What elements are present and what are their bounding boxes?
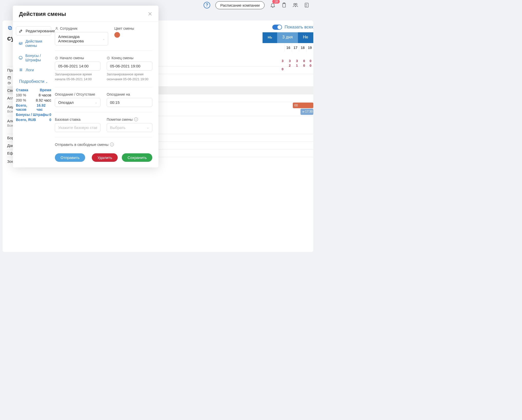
- late-select[interactable]: Опоздал ⌄: [55, 98, 101, 107]
- svg-point-11: [20, 44, 21, 44]
- chevron-down-icon: ⌄: [95, 101, 97, 104]
- date-cell[interactable]: 16: [285, 44, 292, 52]
- svg-point-14: [56, 27, 57, 28]
- tab-label: Действия смены: [25, 39, 49, 48]
- tab-edit[interactable]: Редактирование: [16, 26, 51, 35]
- late-by-label: Опоздание на: [107, 92, 152, 96]
- end-label: Конец смены: [107, 56, 152, 60]
- users-icon[interactable]: [292, 2, 298, 8]
- modal-title: Действия смены: [19, 11, 66, 17]
- start-label: Начало смены: [55, 56, 101, 60]
- separator: [55, 87, 152, 87]
- date-cell[interactable]: 18: [299, 44, 306, 52]
- stats-cell: 0: [49, 118, 51, 122]
- svg-rect-6: [8, 26, 11, 29]
- late-label: Опоздание / Отсутствие: [55, 92, 101, 96]
- stat: 3: [282, 59, 283, 63]
- stats-cell: 0: [49, 113, 51, 117]
- checklist-icon[interactable]: [304, 2, 310, 8]
- late-by-input[interactable]: [107, 98, 152, 107]
- label-text: Пометки смены: [107, 117, 133, 122]
- details-toggle[interactable]: Подробности ⌄: [16, 79, 51, 84]
- svg-rect-5: [9, 27, 12, 29]
- tags-placeholder: Выбрать: [110, 125, 125, 130]
- svg-point-10: [19, 43, 20, 44]
- end-input[interactable]: [107, 62, 152, 71]
- employee-select[interactable]: Александра Александрова ⌄: [55, 32, 108, 45]
- bell-icon[interactable]: 18: [270, 2, 276, 8]
- stats-cell: 100 %: [16, 93, 26, 97]
- send-free-label: Отправить в свободные смены i: [55, 143, 152, 147]
- stat: 0: [309, 59, 311, 63]
- edit-icon: [19, 29, 23, 33]
- base-rate-label: Базовая ставка: [55, 117, 101, 122]
- employee-value: Александра Александрова: [58, 34, 103, 43]
- tab-logs[interactable]: Логи: [16, 66, 51, 74]
- clock-icon: [107, 56, 110, 60]
- tags-select[interactable]: Выбрать ⌄: [107, 123, 152, 132]
- svg-point-2: [294, 3, 295, 5]
- stats-table: СтавкаВремя 100 %8 часов 200 %8.92 часс …: [16, 87, 51, 122]
- shift-actions-modal: Действия смены ✕ Редактирование Действия…: [13, 6, 158, 167]
- chevron-down-icon: ⌄: [45, 80, 48, 84]
- svg-point-12: [22, 43, 22, 43]
- svg-rect-4: [305, 3, 308, 7]
- clock-icon: [55, 56, 58, 60]
- sliders-icon: [18, 41, 23, 46]
- stats-cell: Бонусы / Штрафы: [16, 113, 48, 117]
- start-input[interactable]: [55, 62, 101, 71]
- clipboard-icon[interactable]: [281, 2, 287, 8]
- stats-cell: 8 часов: [39, 93, 51, 97]
- tab-3days[interactable]: 3 дня: [277, 32, 298, 43]
- break-block[interactable]: 17:30 - 18:00: [300, 109, 313, 115]
- label-text: Сотрудник: [60, 26, 77, 31]
- late-value: Опоздал: [58, 100, 74, 105]
- list-icon: [18, 68, 23, 72]
- stat: 2: [289, 64, 290, 67]
- view-tabs: нь 3 дня Не: [263, 32, 313, 43]
- modal-sidebar: Редактирование Действия смены Бонусы / Ш…: [16, 26, 51, 162]
- chevron-down-icon: ⌄: [147, 126, 149, 129]
- stat: 0: [282, 67, 283, 71]
- date-header: 16 17 18 19: [285, 44, 313, 52]
- show-all-toggle[interactable]: [272, 25, 282, 30]
- help-icon[interactable]: ?: [204, 2, 210, 8]
- date-cell[interactable]: 17: [292, 44, 299, 52]
- color-label: Цвет смены: [114, 26, 152, 31]
- show-all-label: Показать всех: [285, 25, 313, 30]
- stat: 1: [296, 64, 298, 67]
- delete-button[interactable]: Удалить: [92, 153, 118, 162]
- svg-point-13: [19, 56, 22, 59]
- smile-icon: [18, 56, 23, 60]
- separator: [55, 137, 152, 137]
- stats-cell: Всего, часов: [16, 103, 37, 112]
- tab-label: Бонусы / Штрафы: [25, 53, 49, 62]
- stat: 3: [289, 59, 290, 63]
- tab-actions[interactable]: Действия смены: [16, 37, 51, 50]
- tab-day[interactable]: нь: [263, 32, 277, 43]
- stats-cell: 16.92 час: [37, 103, 51, 112]
- label-text: Начало смены: [60, 56, 84, 60]
- stat: 0: [303, 64, 305, 67]
- svg-rect-7: [8, 76, 11, 79]
- modal-header: Действия смены ✕: [13, 6, 158, 22]
- base-rate-input[interactable]: [55, 123, 101, 132]
- color-swatch[interactable]: [114, 32, 120, 38]
- save-button[interactable]: Сохранить: [122, 153, 152, 162]
- stat: 3: [296, 59, 298, 63]
- tab-bonus[interactable]: Бонусы / Штрафы: [16, 51, 51, 64]
- break-time: 17:30 - 18:00: [305, 110, 313, 113]
- stats-cell: 8.92 часс: [36, 98, 51, 102]
- close-icon[interactable]: ✕: [148, 11, 152, 17]
- send-button[interactable]: Отправить: [55, 153, 85, 162]
- shift-block[interactable]: 00: [293, 103, 313, 108]
- date-cell[interactable]: 19: [306, 44, 313, 52]
- tab-week[interactable]: Не: [298, 32, 313, 43]
- tab-label: Логи: [26, 68, 34, 72]
- company-schedule-button[interactable]: Расписание компании: [215, 1, 265, 9]
- show-all-toggle-row: Показать всех: [272, 25, 313, 30]
- info-icon[interactable]: i: [134, 117, 138, 121]
- stats-cell: 200 %: [16, 98, 26, 102]
- start-hint: Запланированное время начала 05-06-2021 …: [55, 72, 101, 82]
- info-icon[interactable]: i: [110, 143, 114, 146]
